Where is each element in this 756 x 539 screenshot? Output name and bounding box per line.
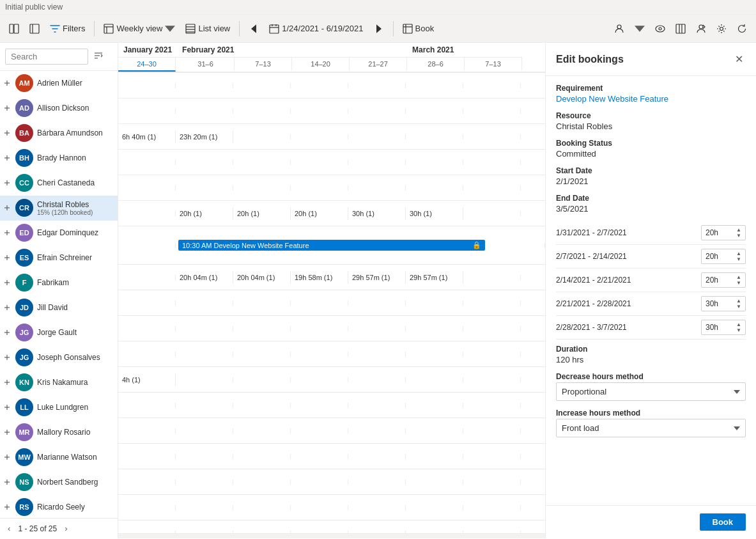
expand-icon-edgar[interactable] [3, 228, 12, 237]
settings-btn[interactable] [713, 21, 730, 36]
hours-input-0[interactable]: 20h▲▼ [701, 225, 746, 240]
resource-item-marianne[interactable]: MWMarianne Watson [0, 445, 118, 470]
calendar-grid[interactable]: 6h 40m (1)23h 20m (1)20h (1)20h (1)20h (… [118, 73, 545, 533]
person-btn[interactable] [692, 21, 710, 36]
weekly-view-btn[interactable]: Weekly view [100, 21, 179, 36]
hours-spinner-3[interactable]: ▲▼ [736, 298, 741, 309]
hours-input-4[interactable]: 30h▲▼ [701, 320, 746, 335]
hours-spinner-1[interactable]: ▲▼ [736, 251, 741, 262]
hours-input-1[interactable]: 20h▲▼ [701, 249, 746, 264]
date-range-btn[interactable]: 1/24/2021 - 6/19/2021 [265, 21, 367, 36]
hours-up-2[interactable]: ▲ [736, 274, 741, 280]
expand-icon-barbara[interactable] [3, 129, 12, 137]
hours-down-2[interactable]: ▼ [736, 280, 741, 286]
expand-icon-allison[interactable] [3, 104, 12, 113]
resource-item-adrien[interactable]: AMAdrien Müller [0, 71, 118, 96]
week-col-header[interactable]: 7–13 [235, 58, 292, 70]
grid-cell-fabrikam-2 [233, 326, 291, 331]
expand-icon-norbert[interactable] [3, 478, 12, 487]
hours-spinner-0[interactable]: ▲▼ [736, 227, 741, 238]
grid-cell-jorge-0: 4h (1) [118, 373, 176, 386]
resource-item-brady[interactable]: BHBrady Hannon [0, 146, 118, 171]
week-col-header[interactable]: 14–20 [292, 58, 350, 70]
hours-up-0[interactable]: ▲ [736, 227, 741, 233]
week-col-header[interactable]: 21–27 [350, 58, 407, 70]
expand-icon-marianne[interactable] [3, 453, 12, 462]
hours-down-1[interactable]: ▼ [736, 256, 741, 262]
decrease-method-label: Decrease hours method [556, 372, 746, 381]
week-col-header[interactable]: 24–30 [118, 58, 176, 72]
resource-item-luke[interactable]: LLLuke Lundgren [0, 395, 118, 420]
resource-item-kris[interactable]: KNKris Nakamura [0, 370, 118, 395]
resource-item-edgar[interactable]: EDEdgar Dominquez [0, 221, 118, 246]
resource-item-mallory[interactable]: MRMallory Rosario [0, 420, 118, 445]
hours-up-3[interactable]: ▲ [736, 298, 741, 304]
grid-row-norbert [118, 520, 545, 533]
expand-icon-mallory[interactable] [3, 428, 12, 437]
sort-btn[interactable] [91, 48, 106, 65]
expand-icon-efrain[interactable] [3, 253, 12, 262]
hours-down-0[interactable]: ▼ [736, 233, 741, 238]
expand-icon-jill[interactable] [3, 303, 12, 312]
expand-icon-ricardo[interactable] [3, 503, 12, 512]
columns-btn[interactable] [672, 21, 690, 36]
expand-icon-christal[interactable] [3, 203, 12, 212]
filters-btn[interactable]: Filters [46, 21, 89, 36]
resource-item-allison[interactable]: ADAllison Dickson [0, 96, 118, 121]
book-btn[interactable]: Book [700, 513, 746, 531]
expand-icon-cheri[interactable] [3, 178, 12, 187]
resource-item-cheri[interactable]: CCCheri Castaneda [0, 171, 118, 196]
resource-item-fabrikam[interactable]: FFabrikam [0, 270, 118, 295]
hours-spinner-2[interactable]: ▲▼ [736, 274, 741, 286]
resource-item-jill[interactable]: JDJill David [0, 295, 118, 320]
week-col-header[interactable]: 28–6 [407, 58, 465, 70]
close-panel-btn[interactable]: ✕ [732, 51, 746, 68]
decrease-method-dropdown[interactable]: Proportional [556, 382, 746, 401]
calendar-scrollbar[interactable] [118, 533, 545, 538]
hours-spinner-4[interactable]: ▲▼ [736, 322, 741, 333]
next-btn[interactable] [370, 21, 388, 36]
hours-up-4[interactable]: ▲ [736, 322, 741, 327]
resource-item-joseph[interactable]: JGJoseph Gonsalves [0, 345, 118, 370]
expand-icon-adrien[interactable] [3, 79, 12, 88]
chevron-down-btn[interactable] [631, 21, 649, 36]
resource-btn[interactable] [610, 21, 628, 36]
eye-btn[interactable] [651, 21, 669, 36]
grid-cell-jill-1 [176, 352, 233, 357]
hours-down-3[interactable]: ▼ [736, 304, 741, 309]
increase-method-field: Increase hours method Front load [556, 409, 746, 437]
expand-icon-brady[interactable] [3, 153, 12, 162]
week-col-header[interactable]: 7–13 [465, 58, 522, 70]
grid-cell-mallory-6 [463, 480, 521, 485]
resource-item-christal[interactable]: CRChristal Robles15% (120h booked) [0, 196, 118, 221]
prev-btn[interactable] [245, 21, 263, 36]
calendar-area: January 202124–30February 202131–67–1314… [118, 43, 545, 538]
expand-icon-kris[interactable] [3, 378, 12, 387]
prev-page-btn[interactable]: ‹ [5, 522, 13, 535]
expand-icon-jorge[interactable] [3, 328, 12, 337]
resource-item-efrain[interactable]: ESEfrain Schreiner [0, 246, 118, 270]
book-toolbar-btn[interactable]: Book [399, 21, 438, 36]
resource-item-jorge[interactable]: JGJorge Gault [0, 320, 118, 345]
hours-input-3[interactable]: 30h▲▼ [701, 296, 746, 311]
week-col-header[interactable]: 31–6 [177, 58, 235, 70]
toggle-panel-btn[interactable] [5, 21, 23, 36]
resource-item-ricardo[interactable]: RSRicardo Seely [0, 495, 118, 518]
grid-cell-marianne-5 [406, 505, 463, 510]
expand-icon-fabrikam[interactable] [3, 278, 12, 287]
requirement-value[interactable]: Develop New Website Feature [556, 94, 746, 104]
hours-input-2[interactable]: 20h▲▼ [701, 272, 746, 288]
expand-icon-joseph[interactable] [3, 353, 12, 362]
resource-item-barbara[interactable]: BABárbara Amundson [0, 121, 118, 146]
booking-bar[interactable]: 10:30 AM Develop New Website Feature🔒 [178, 240, 485, 251]
list-view-btn[interactable]: List view [181, 21, 234, 36]
hours-up-1[interactable]: ▲ [736, 251, 741, 256]
resource-item-norbert[interactable]: NSNorbert Sandberg [0, 470, 118, 495]
increase-method-dropdown[interactable]: Front load [556, 419, 746, 437]
collapse-btn[interactable] [26, 21, 43, 36]
next-page-btn[interactable]: › [62, 522, 70, 535]
search-input[interactable] [5, 49, 88, 65]
expand-icon-luke[interactable] [3, 403, 12, 412]
hours-down-4[interactable]: ▼ [736, 327, 741, 333]
refresh-btn[interactable] [733, 21, 751, 36]
